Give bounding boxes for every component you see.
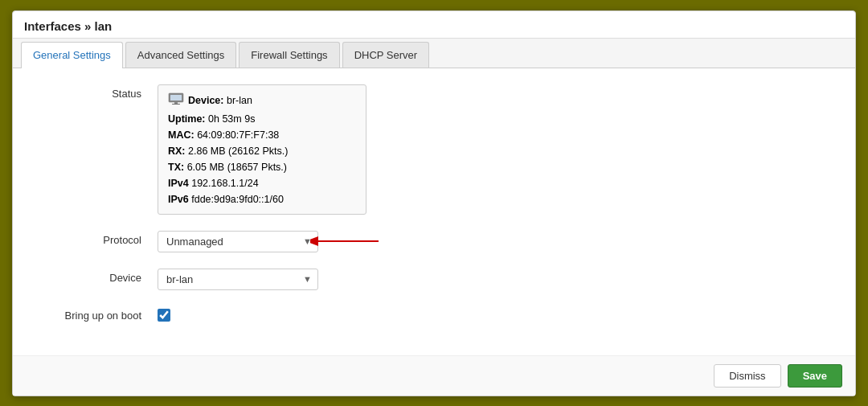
page-title: Interfaces » lan [13,11,855,39]
svg-rect-3 [172,104,180,105]
device-label: Device [29,269,158,284]
save-button[interactable]: Save [788,364,842,388]
status-tx: 6.05 MB (18657 Pkts.) [187,162,287,173]
status-box: Device: br-lan Uptime: 0h 53m 9s MAC: 64… [158,84,366,215]
status-label: Status [29,84,158,100]
status-mac: 64:09:80:7F:F7:38 [197,129,279,141]
protocol-row: Protocol Unmanaged Static address DHCP c… [29,231,839,252]
status-ipv6: fdde:9d9a:9fd0::1/60 [191,194,284,205]
tab-firewall[interactable]: Firewall Settings [239,42,339,68]
boot-checkbox[interactable] [158,309,170,322]
annotation-arrow [310,229,383,253]
form-content: Status Device: br-lan U [13,68,855,355]
tab-advanced[interactable]: Advanced Settings [125,42,236,68]
boot-checkbox-wrapper [158,306,170,322]
boot-row: Bring up on boot [29,306,839,322]
device-select-wrapper: br-lan ▼ [158,269,318,290]
tab-dhcp[interactable]: DHCP Server [342,42,430,68]
device-select[interactable]: br-lan [158,269,318,290]
footer: Dismiss Save [13,355,855,396]
device-row: Device br-lan ▼ [29,269,839,290]
svg-rect-1 [170,95,182,100]
tab-bar: General Settings Advanced Settings Firew… [13,39,855,68]
status-rx: 2.86 MB (26162 Pkts.) [188,146,288,157]
svg-rect-2 [174,102,178,104]
network-icon [168,92,184,109]
status-row: Status Device: br-lan U [29,84,839,215]
protocol-label: Protocol [29,231,158,246]
dismiss-button[interactable]: Dismiss [714,364,781,388]
tab-general[interactable]: General Settings [21,42,123,68]
protocol-select-wrapper: Unmanaged Static address DHCP client PPP… [158,231,318,252]
status-device: Device: br-lan [188,92,252,109]
status-uptime: 0h 53m 9s [208,113,255,125]
protocol-select[interactable]: Unmanaged Static address DHCP client PPP… [158,231,318,252]
status-ipv4: 192.168.1.1/24 [191,178,258,189]
boot-label: Bring up on boot [29,306,158,322]
